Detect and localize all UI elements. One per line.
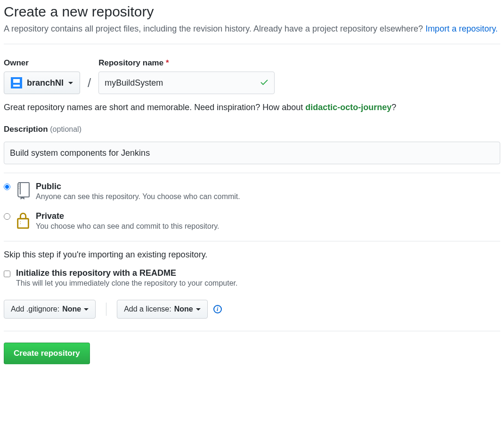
divider	[4, 44, 500, 44]
owner-dropdown[interactable]: branchNI	[4, 72, 80, 94]
repo-name-input[interactable]	[98, 72, 275, 94]
repo-public-icon	[15, 182, 31, 200]
description-label: Description (optional)	[4, 125, 500, 134]
readme-checkbox[interactable]	[4, 271, 10, 277]
visibility-public-radio[interactable]	[4, 184, 10, 190]
subtitle-text: A repository contains all project files,…	[4, 24, 425, 33]
slash-separator: /	[86, 76, 93, 94]
name-hint-prefix: Great repository names are short and mem…	[4, 103, 305, 112]
owner-name: branchNI	[27, 78, 64, 88]
check-icon	[260, 78, 269, 88]
lock-icon	[15, 211, 31, 230]
name-hint-suffix: ?	[391, 103, 396, 112]
repo-name-label: Repository name *	[98, 58, 275, 68]
visibility-private-title: Private	[36, 211, 219, 221]
name-suggestion-link[interactable]: didactic-octo-journey	[305, 103, 391, 112]
license-label: Add a license:	[124, 305, 171, 313]
visibility-public-title: Public	[36, 182, 240, 192]
svg-rect-4	[18, 219, 29, 228]
readme-sub: This will let you immediately clone the …	[16, 279, 237, 288]
divider	[4, 241, 500, 241]
create-repository-button[interactable]: Create repository	[4, 343, 90, 364]
visibility-private-sub: You choose who can see and commit to thi…	[36, 222, 219, 231]
name-hint: Great repository names are short and mem…	[4, 103, 500, 112]
description-input[interactable]	[4, 142, 500, 164]
optional-label: (optional)	[50, 125, 81, 133]
description-label-text: Description	[4, 125, 48, 134]
gitignore-label: Add .gitignore:	[11, 305, 59, 313]
caret-down-icon	[196, 308, 201, 311]
owner-label: Owner	[4, 58, 80, 68]
gitignore-value: None	[62, 305, 81, 313]
caret-down-icon	[84, 308, 89, 311]
required-mark: *	[166, 58, 169, 67]
visibility-public-sub: Anyone can see this repository. You choo…	[36, 192, 240, 201]
caret-down-icon	[68, 82, 73, 84]
license-dropdown[interactable]: Add a license: None	[117, 300, 208, 319]
visibility-private-radio[interactable]	[4, 213, 10, 220]
divider	[4, 173, 500, 173]
page-title: Create a new repository	[4, 4, 500, 20]
readme-title: Initialize this repository with a README	[16, 268, 237, 278]
info-icon[interactable]: i	[213, 305, 222, 313]
vertical-separator	[106, 303, 106, 316]
import-repository-link[interactable]: Import a repository.	[425, 24, 498, 33]
owner-avatar-icon	[11, 77, 22, 88]
divider	[4, 331, 500, 331]
license-value: None	[174, 305, 193, 313]
page-subtitle: A repository contains all project files,…	[4, 23, 500, 35]
gitignore-dropdown[interactable]: Add .gitignore: None	[4, 300, 96, 319]
skip-text: Skip this step if you're importing an ex…	[4, 250, 500, 260]
repo-name-label-text: Repository name	[98, 58, 163, 67]
